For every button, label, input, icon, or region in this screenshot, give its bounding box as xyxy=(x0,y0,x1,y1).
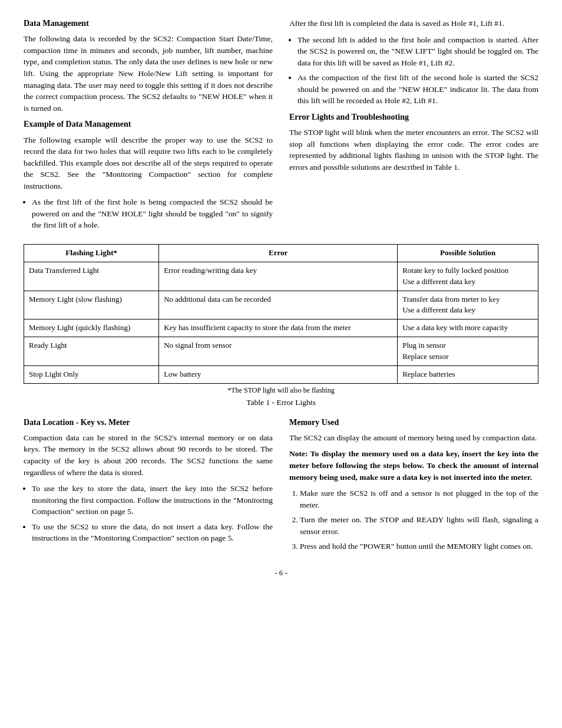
table-row: Memory Light (quickly flashing)Key has i… xyxy=(24,319,538,337)
memory-used-heading: Memory Used xyxy=(289,417,538,429)
error-lights-heading: Error Lights and Troubleshooting xyxy=(289,111,538,123)
table-cell-light-4: Stop Light Only xyxy=(24,365,159,383)
data-location-bullet-1: To use the SCS2 to store the data, do no… xyxy=(32,521,273,544)
after-first-lift-text: After the first lift is completed the da… xyxy=(289,18,538,29)
table-cell-error-0: Error reading/writing data key xyxy=(159,262,398,291)
memory-used-steps: Make sure the SCS2 is off and a sensor i… xyxy=(300,487,538,552)
table-title: Table 1 - Error Lights xyxy=(24,397,538,409)
table-cell-light-1: Memory Light (slow flashing) xyxy=(24,291,159,319)
table-header-light: Flashing Light* xyxy=(24,245,159,262)
example-para: The following example will describe the … xyxy=(24,134,273,192)
right-bullet-0: The second lift is added to the first ho… xyxy=(297,34,538,69)
table-note: *The STOP light will also be flashing xyxy=(24,386,538,396)
table-cell-solution-0: Rotate key to fully locked positionUse a… xyxy=(398,262,538,291)
table-cell-light-3: Ready Light xyxy=(24,337,159,366)
data-location-heading: Data Location - Key vs. Meter xyxy=(24,417,273,429)
data-location-bullet-0: To use the key to store the data, insert… xyxy=(32,483,273,518)
error-table: Flashing Light* Error Possible Solution … xyxy=(24,244,538,384)
table-header-error: Error xyxy=(159,245,398,262)
table-row: Memory Light (slow flashing)No additiona… xyxy=(24,291,538,319)
table-cell-solution-4: Replace batteries xyxy=(398,365,538,383)
data-management-heading: Data Management xyxy=(24,18,273,29)
right-bullet-1: As the compaction of the first lift of t… xyxy=(297,72,538,107)
table-row: Stop Light OnlyLow batteryReplace batter… xyxy=(24,365,538,383)
memory-step-2: Press and hold the "POWER" button until … xyxy=(300,541,538,552)
table-cell-solution-2: Use a data key with more capacity xyxy=(398,319,538,337)
memory-step-0: Make sure the SCS2 is off and a sensor i… xyxy=(300,487,538,510)
page-number: - 6 - xyxy=(24,568,538,579)
error-lights-para: The STOP light will blink when the meter… xyxy=(289,127,538,173)
right-top-bullets: The second lift is added to the first ho… xyxy=(297,34,538,107)
data-location-bullets: To use the key to store the data, insert… xyxy=(32,483,273,544)
example-bullets: As the first lift of the first hole is b… xyxy=(32,196,273,231)
memory-used-note: Note: To display the memory used on a da… xyxy=(289,448,538,483)
table-cell-light-0: Data Transferred Light xyxy=(24,262,159,291)
table-cell-light-2: Memory Light (quickly flashing) xyxy=(24,319,159,337)
table-cell-error-2: Key has insufficient capacity to store t… xyxy=(159,319,398,337)
table-cell-error-4: Low battery xyxy=(159,365,398,383)
table-cell-error-3: No signal from sensor xyxy=(159,337,398,366)
table-header-solution: Possible Solution xyxy=(398,245,538,262)
table-row: Data Transferred LightError reading/writ… xyxy=(24,262,538,291)
table-cell-solution-1: Transfer data from meter to keyUse a dif… xyxy=(398,291,538,319)
table-row: Ready LightNo signal from sensorPlug in … xyxy=(24,337,538,366)
data-location-para: Compaction data can be stored in the SCS… xyxy=(24,432,273,478)
example-heading: Example of Data Management xyxy=(24,118,273,130)
memory-step-1: Turn the meter on. The STOP and READY li… xyxy=(300,514,538,537)
table-cell-error-1: No additional data can be recorded xyxy=(159,291,398,319)
example-bullet-0: As the first lift of the first hole is b… xyxy=(32,196,273,231)
data-management-para: The following data is recorded by the SC… xyxy=(24,33,273,114)
table-cell-solution-3: Plug in sensorReplace sensor xyxy=(398,337,538,366)
memory-used-para: The SCS2 can display the amount of memor… xyxy=(289,432,538,444)
